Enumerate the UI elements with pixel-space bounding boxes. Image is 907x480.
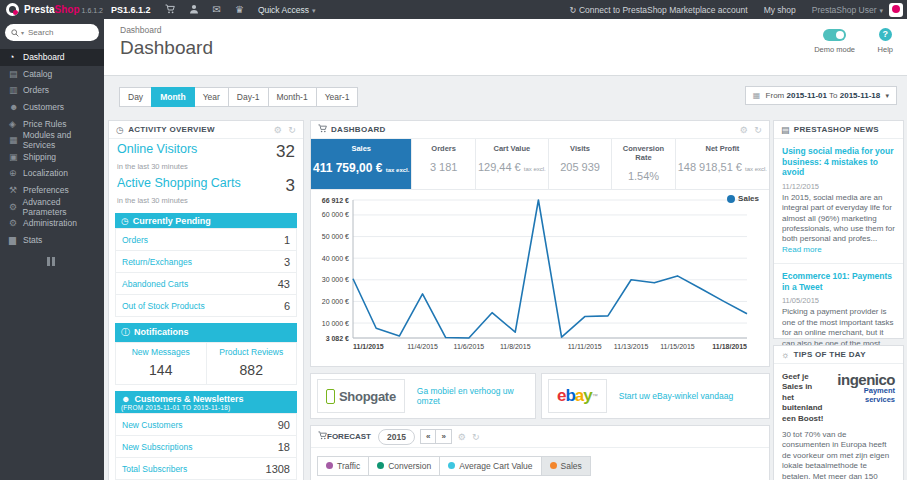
cog-icon: ⚙ bbox=[9, 218, 23, 228]
news-article-title[interactable]: Using social media for your business: 4 … bbox=[782, 146, 895, 178]
product-reviews-cell[interactable]: Product Reviews882 bbox=[206, 342, 298, 385]
cart-icon[interactable] bbox=[165, 4, 175, 16]
gear-icon[interactable]: ⚙ bbox=[458, 432, 466, 442]
panel-title: TIPS OF THE DAY bbox=[794, 350, 866, 359]
kpi-conversion-rate-tab[interactable]: Conversion Rate1.54% bbox=[612, 139, 675, 189]
sidebar: ▾ ◔Dashboard ▤Catalog ▥Orders ☻Customers… bbox=[0, 19, 104, 480]
sidebar-search[interactable]: ▾ bbox=[5, 24, 99, 41]
svg-text:11/8/2015: 11/8/2015 bbox=[500, 343, 531, 350]
kpi-visits-tab[interactable]: Visits205 939 bbox=[549, 139, 612, 189]
info-icon: ⓘ bbox=[121, 327, 130, 337]
search-input[interactable] bbox=[28, 28, 86, 37]
pending-returns-row[interactable]: Return/Exchanges3 bbox=[115, 250, 297, 273]
ingenico-logo: ingenico Paymentservices bbox=[823, 372, 895, 404]
chart-legend-sales[interactable]: Sales bbox=[727, 194, 759, 203]
truck-icon: ▣ bbox=[9, 152, 23, 162]
tips-of-the-day-panel: ☼ TIPS OF THE DAY ingenico Paymentservic… bbox=[773, 345, 904, 480]
my-shop-link[interactable]: My shop bbox=[764, 5, 796, 15]
sidebar-item-shipping[interactable]: ▣Shipping bbox=[0, 149, 104, 166]
toggle-sales[interactable]: Sales bbox=[541, 456, 591, 476]
demo-mode-toggle[interactable] bbox=[823, 29, 846, 41]
breadcrumb[interactable]: Dashboard bbox=[120, 25, 162, 35]
chevron-down-icon: ▾ bbox=[879, 7, 883, 14]
abandoned-carts-row[interactable]: Abandoned Carts43 bbox=[115, 272, 297, 295]
svg-text:11/18/2015: 11/18/2015 bbox=[712, 343, 747, 350]
topbar: PrestaShop1.6.1.2 PS1.6.1.2 ✉ ♛ Quick Ac… bbox=[0, 0, 907, 19]
online-visitors-link[interactable]: Online Visitors bbox=[117, 142, 197, 156]
customers-newsletters-header: ☻Customers & Newsletters(FROM 2015-11-01… bbox=[115, 391, 297, 414]
sidebar-item-dashboard[interactable]: ◔Dashboard bbox=[0, 49, 104, 66]
svg-text:60 000 €: 60 000 € bbox=[322, 211, 349, 218]
out-of-stock-row[interactable]: Out of Stock Products6 bbox=[115, 294, 297, 317]
new-subscriptions-row[interactable]: New Subscriptions18 bbox=[115, 435, 297, 458]
page-header: Dashboard Dashboard Demo mode ? Help bbox=[104, 19, 907, 76]
gear-icon[interactable]: ⚙ bbox=[740, 125, 748, 135]
sidebar-item-catalog[interactable]: ▤Catalog bbox=[0, 66, 104, 83]
book-icon: ▤ bbox=[9, 69, 23, 79]
sidebar-item-stats[interactable]: ▆Stats bbox=[0, 232, 104, 249]
kpi-net-profit-tab[interactable]: Net Profit148 918,51 € tax excl. bbox=[676, 139, 769, 189]
kpi-sales-tab[interactable]: Sales411 759,00 € tax excl. bbox=[311, 139, 412, 189]
active-carts-link[interactable]: Active Shopping Carts bbox=[117, 176, 241, 190]
gear-icon[interactable]: ⚙ bbox=[274, 125, 282, 135]
sidebar-collapse-button[interactable] bbox=[47, 257, 57, 266]
toggle-average-cart-value[interactable]: Average Cart Value bbox=[439, 456, 541, 476]
phone-icon bbox=[326, 389, 335, 404]
connect-marketplace-link[interactable]: ↻ Connect to PrestaShop Marketplace acco… bbox=[569, 5, 747, 15]
online-visitors-value: 32 bbox=[276, 142, 295, 162]
new-customers-row[interactable]: New Customers90 bbox=[115, 413, 297, 436]
shopgate-ad-link[interactable]: Ga mobiel en verhoog uw omzet bbox=[417, 386, 529, 406]
mail-icon[interactable]: ✉ bbox=[213, 4, 221, 15]
active-carts-value: 3 bbox=[286, 176, 295, 196]
help-icon: ? bbox=[879, 28, 892, 41]
toggle-conversion[interactable]: Conversion bbox=[368, 456, 440, 476]
help-button[interactable]: ? Help bbox=[878, 28, 893, 54]
kpi-cart-value-tab[interactable]: Cart Value129,44 € tax excl. bbox=[476, 139, 549, 189]
refresh-icon[interactable]: ↻ bbox=[754, 125, 762, 135]
prestashop-logo-icon bbox=[6, 3, 19, 16]
preset-day-button[interactable]: Day bbox=[119, 87, 152, 107]
preset-year-button[interactable]: Year bbox=[194, 87, 229, 107]
forecast-prev-button[interactable]: « bbox=[420, 429, 436, 444]
user-menu[interactable]: PrestaShop User▾ bbox=[812, 5, 883, 15]
toggle-traffic[interactable]: Traffic bbox=[317, 456, 369, 476]
svg-text:66 912 €: 66 912 € bbox=[322, 197, 349, 204]
preset-month-button[interactable]: Month bbox=[151, 87, 195, 107]
pending-orders-row[interactable]: Orders1 bbox=[115, 228, 297, 251]
sidebar-item-modules[interactable]: ▦Modules and Services bbox=[0, 132, 104, 149]
svg-text:50 000 €: 50 000 € bbox=[322, 233, 349, 240]
sidebar-item-orders[interactable]: ▥Orders bbox=[0, 82, 104, 99]
active-carts-sub: in the last 30 minutes bbox=[109, 196, 303, 207]
user-icon[interactable] bbox=[189, 4, 199, 16]
calendar-icon: ▦ bbox=[753, 91, 761, 100]
svg-text:11/13/2015: 11/13/2015 bbox=[614, 343, 649, 350]
preset-year-1-button[interactable]: Year-1 bbox=[316, 87, 359, 107]
brand-version: 1.6.1.2 bbox=[82, 7, 103, 14]
refresh-icon[interactable]: ↻ bbox=[472, 432, 480, 442]
preset-month-1-button[interactable]: Month-1 bbox=[268, 87, 317, 107]
refresh-icon[interactable]: ↻ bbox=[288, 125, 296, 135]
new-messages-cell[interactable]: New Messages144 bbox=[115, 342, 207, 385]
online-visitors-sub: in the last 30 minutes bbox=[109, 162, 303, 173]
sidebar-item-localization[interactable]: ⊕Localization bbox=[0, 165, 104, 182]
forecast-next-button[interactable]: » bbox=[435, 429, 451, 444]
ebay-ad-link[interactable]: Start uw eBay-winkel vandaag bbox=[619, 391, 733, 401]
date-range-picker[interactable]: ▦ From 2015-11-01 To 2015-11-18 ▾ bbox=[745, 86, 897, 105]
quick-access-menu[interactable]: Quick Access▾ bbox=[258, 5, 316, 15]
news-article-title[interactable]: Ecommerce 101: Payments in a Tweet bbox=[782, 271, 895, 292]
news-article-date: 11/05/2015 bbox=[782, 296, 895, 305]
sidebar-item-customers[interactable]: ☻Customers bbox=[0, 99, 104, 116]
total-subscribers-row[interactable]: Total Subscribers1308 bbox=[115, 457, 297, 480]
kpi-orders-tab[interactable]: Orders3 181 bbox=[412, 139, 475, 189]
user-avatar[interactable] bbox=[889, 3, 903, 17]
preset-day-1-button[interactable]: Day-1 bbox=[228, 87, 269, 107]
trophy-icon[interactable]: ♛ bbox=[235, 4, 244, 15]
chevron-down-icon[interactable]: ▾ bbox=[21, 29, 24, 36]
sidebar-item-advanced-parameters[interactable]: ⚙Advanced Parameters bbox=[0, 198, 104, 215]
read-more-link[interactable]: Read more bbox=[782, 245, 822, 254]
tag-icon: ◈ bbox=[9, 119, 23, 129]
traffic-dot-icon bbox=[326, 462, 333, 469]
search-icon bbox=[11, 29, 19, 37]
sidebar-item-administration[interactable]: ⚙Administration bbox=[0, 215, 104, 232]
shopgate-ad-card: Shopgate Ga mobiel en verhoog uw omzet bbox=[310, 373, 536, 419]
